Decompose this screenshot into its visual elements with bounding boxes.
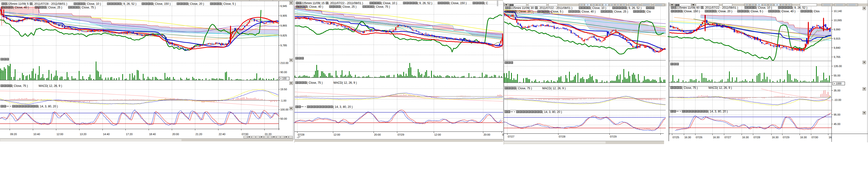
svg-text:07/28: 07/28 xyxy=(298,133,305,136)
svg-text:( Close, 10 ): ( Close, 10 ) xyxy=(381,1,397,5)
svg-text:( Close, 150 ): ( Close, 150 ) xyxy=(449,1,467,5)
svg-text:12:00: 12:00 xyxy=(434,133,441,136)
svg-text:MACD( 12, 26, 9 ): MACD( 12, 26, 9 ) xyxy=(542,87,566,90)
svg-text:-10.00: -10.00 xyxy=(834,99,841,101)
svg-text:16:30: 16:30 xyxy=(684,136,691,139)
svg-text:( 9, 26, 52 ): ( 9, 26, 52 ) xyxy=(122,2,136,6)
svg-text:18:40: 18:40 xyxy=(149,133,156,135)
svg-text:9,905: 9,905 xyxy=(280,14,287,17)
svg-text:( Close, 75 ): ( Close, 75 ) xyxy=(12,84,28,88)
svg-text:16:30: 16:30 xyxy=(800,136,807,139)
svg-text:09:20: 09:20 xyxy=(10,133,17,135)
svg-text:( Close, 150 ): ( Close, 150 ) xyxy=(682,10,700,13)
svg-text:16:30: 16:30 xyxy=(713,136,720,139)
svg-text:, 2011/07/22 - 2011/08/01 ): , 2011/07/22 - 2011/08/01 ) xyxy=(538,6,572,10)
svg-text:22:40: 22:40 xyxy=(219,133,225,135)
svg-text:07/29: 07/29 xyxy=(398,133,404,136)
svg-text:( Close, 25 ): ( Close, 25 ) xyxy=(341,5,356,8)
svg-text:13:20: 13:20 xyxy=(80,133,87,135)
svg-text:12:00: 12:00 xyxy=(334,133,340,136)
svg-text:210.00: 210.00 xyxy=(280,62,288,65)
svg-text:9,765: 9,765 xyxy=(834,55,840,59)
svg-text:07/26: 07/26 xyxy=(696,136,703,139)
svg-text:( 14, 3, 80, 20 ): ( 14, 3, 80, 20 ) xyxy=(38,105,58,108)
svg-text:( 9, 26, 52 ): ( 9, 26, 52 ) xyxy=(627,6,642,10)
svg-text:( Close, 20 ): ( Close, 20 ) xyxy=(517,10,532,13)
svg-text:10,065: 10,065 xyxy=(834,19,842,22)
svg-text:( 14, 3, 80, 20 ): ( 14, 3, 80, 20 ) xyxy=(333,105,352,109)
svg-text:( Close, 10 ): ( Close, 10 ) xyxy=(756,6,772,9)
svg-text:( Close, 75 ): ( Close, 75 ) xyxy=(307,81,322,84)
svg-text:( Close, 75 ): ( Close, 75 ) xyxy=(516,87,532,90)
svg-text:9,865: 9,865 xyxy=(280,24,287,27)
svg-text:35.00: 35.00 xyxy=(834,89,840,92)
svg-text:16:30: 16:30 xyxy=(742,136,749,139)
svg-text:( 14, 3, 80, 20 ): ( 14, 3, 80, 20 ) xyxy=(542,110,562,114)
svg-text:( C: ( C xyxy=(484,1,488,5)
svg-text:( Close, 40 ): ( Close, 40 ) xyxy=(13,6,29,9)
svg-text:16:30: 16:30 xyxy=(772,136,779,139)
svg-text:20:00: 20:00 xyxy=(374,133,381,136)
svg-text:16: 16 xyxy=(829,136,832,139)
svg-text:( 9, 26, 52 ): ( 9, 26, 52 ) xyxy=(793,6,807,9)
svg-text:( Close, 20 ): ( Close, 20 ) xyxy=(188,2,204,6)
svg-text:10,140: 10,140 xyxy=(834,10,842,12)
svg-text:07/25: 07/25 xyxy=(673,136,679,139)
svg-text:07/30: 07/30 xyxy=(242,133,248,135)
svg-text:01:20: 01:20 xyxy=(265,133,272,135)
svg-text:9,945: 9,945 xyxy=(280,5,287,7)
svg-text:55.00: 55.00 xyxy=(834,74,840,77)
svg-text:21:20: 21:20 xyxy=(195,133,202,135)
svg-text:225mini 11/09( 30: 225mini 11/09( 30 xyxy=(511,6,534,10)
svg-text:07/28: 07/28 xyxy=(753,136,760,139)
svg-text:-1.00: -1.00 xyxy=(280,99,286,102)
svg-text:MACD( 12, 26, 9 ): MACD( 12, 26, 9 ) xyxy=(334,81,357,84)
svg-text:95.00: 95.00 xyxy=(834,113,840,116)
svg-text:( Close, 75 ): ( Close, 75 ) xyxy=(80,6,96,9)
svg-text:100.00: 100.00 xyxy=(280,108,288,111)
svg-text:07/27: 07/27 xyxy=(508,135,515,138)
svg-text:( Close, 25 ): ( Close, 25 ) xyxy=(612,10,628,13)
svg-text:9,915: 9,915 xyxy=(834,37,840,40)
svg-text:10:40: 10:40 xyxy=(33,133,40,135)
svg-text:( Close, 5 ): ( Close, 5 ) xyxy=(749,10,763,13)
svg-text:50.00: 50.00 xyxy=(280,117,287,120)
svg-text:12:00: 12:00 xyxy=(57,133,63,135)
svg-text:07/29: 07/29 xyxy=(783,136,789,139)
svg-text:9,990: 9,990 xyxy=(834,28,840,31)
svg-text:( Close, 25 ): ( Close, 25 ) xyxy=(46,6,62,9)
svg-text:( Close, 40 ): ( Close, 40 ) xyxy=(580,10,596,13)
svg-text:× 100: × 100 xyxy=(280,77,287,80)
svg-text:( Close, 40 ): ( Close, 40 ) xyxy=(307,5,323,8)
svg-text:07/28: 07/28 xyxy=(559,135,565,138)
svg-text:( Close, 150 ): ( Close, 150 ) xyxy=(153,2,170,6)
svg-text:( Close, 10 ): ( Close, 10 ) xyxy=(591,6,606,10)
svg-text:225mini 11/09( 60: 225mini 11/09( 60 xyxy=(677,6,700,9)
svg-text:, 2011/07/22 - 2011/08/01 ): , 2011/07/22 - 2011/08/01 ) xyxy=(704,6,738,9)
svg-text:( Close, 75 ): ( Close, 75 ) xyxy=(682,86,698,89)
svg-text:, 2011/07/28 - 2011/08/01 ): , 2011/07/28 - 2011/08/01 ) xyxy=(33,2,67,6)
svg-text:07/30: 07/30 xyxy=(811,136,818,139)
svg-text:( Close, 10 ): ( Close, 10 ) xyxy=(85,2,101,6)
svg-text:( Close, 75 ): ( Close, 75 ) xyxy=(374,5,390,8)
svg-text:( Close, 5 ): ( Close, 5 ) xyxy=(549,10,563,13)
svg-text:× 1000: × 1000 xyxy=(834,82,842,85)
svg-text:45.00: 45.00 xyxy=(834,123,840,125)
svg-text:9,825: 9,825 xyxy=(280,34,287,37)
svg-text:, 2011/07/22 - 2011/08/01 ): , 2011/07/22 - 2011/08/01 ) xyxy=(329,1,363,5)
svg-text:14:40: 14:40 xyxy=(103,133,110,135)
svg-text:( Clo: ( Clo xyxy=(645,10,651,13)
svg-text:20:00: 20:00 xyxy=(484,133,490,136)
svg-text:07/27: 07/27 xyxy=(724,136,731,139)
svg-text:( Close, 5 ): ( Close, 5 ) xyxy=(222,2,236,6)
svg-text:( Close, 40 ): ( Close, 40 ) xyxy=(780,10,796,13)
svg-text:90.00: 90.00 xyxy=(280,71,287,74)
svg-text:17:20: 17:20 xyxy=(126,133,133,135)
svg-text:225mini 11/09( 5: 225mini 11/09( 5 xyxy=(7,2,29,6)
svg-text:135.00: 135.00 xyxy=(834,65,842,68)
svg-text:9,785: 9,785 xyxy=(280,44,287,47)
svg-text:20:00: 20:00 xyxy=(172,133,179,135)
svg-text:07/29: 07/29 xyxy=(610,135,617,138)
svg-text:225mini 11/09( 15: 225mini 11/09( 15 xyxy=(302,1,325,5)
svg-text:MACD( 12, 26, 9 ): MACD( 12, 26, 9 ) xyxy=(39,84,62,88)
